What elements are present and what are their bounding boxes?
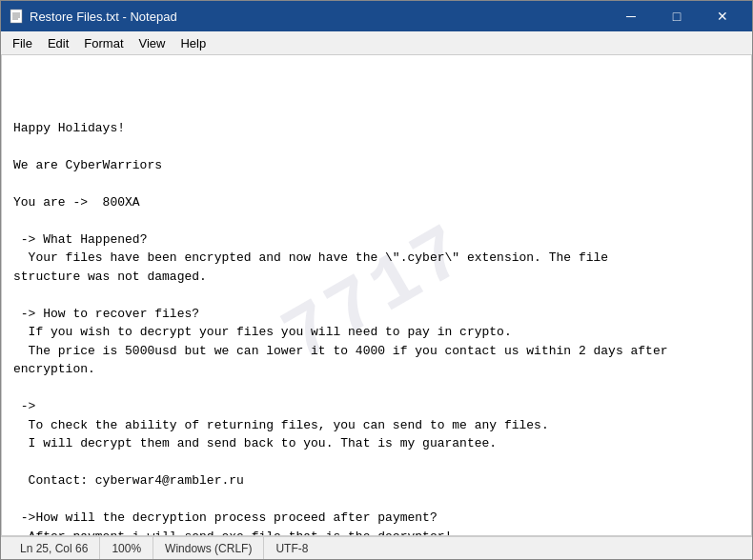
notepad-window: Restore Files.txt - Notepad ─ □ ✕ File E…: [0, 0, 753, 560]
maximize-button[interactable]: □: [655, 1, 699, 31]
menu-edit[interactable]: Edit: [40, 34, 76, 52]
window-title: Restore Files.txt - Notepad: [30, 10, 609, 24]
menu-file[interactable]: File: [5, 34, 40, 52]
line-endings: Windows (CRLF): [153, 537, 264, 559]
menu-help[interactable]: Help: [173, 34, 214, 52]
content-area: 7717 Happy Holidays! We are CyberWarrior…: [1, 54, 752, 536]
titlebar: Restore Files.txt - Notepad ─ □ ✕: [1, 1, 752, 31]
zoom-level: 100%: [100, 537, 153, 559]
statusbar: Ln 25, Col 66 100% Windows (CRLF) UTF-8: [1, 536, 752, 559]
menu-view[interactable]: View: [132, 34, 173, 52]
minimize-button[interactable]: ─: [609, 1, 653, 31]
menu-format[interactable]: Format: [76, 34, 131, 52]
encoding: UTF-8: [264, 537, 319, 559]
text-editor[interactable]: 7717 Happy Holidays! We are CyberWarrior…: [2, 55, 751, 535]
window-controls: ─ □ ✕: [609, 1, 744, 31]
menubar: File Edit Format View Help: [1, 31, 752, 54]
text-body: Happy Holidays! We are CyberWarriors You…: [13, 119, 740, 536]
cursor-position: Ln 25, Col 66: [9, 537, 100, 559]
close-button[interactable]: ✕: [701, 1, 744, 31]
svg-rect-0: [10, 10, 22, 23]
window-icon: [9, 9, 24, 24]
